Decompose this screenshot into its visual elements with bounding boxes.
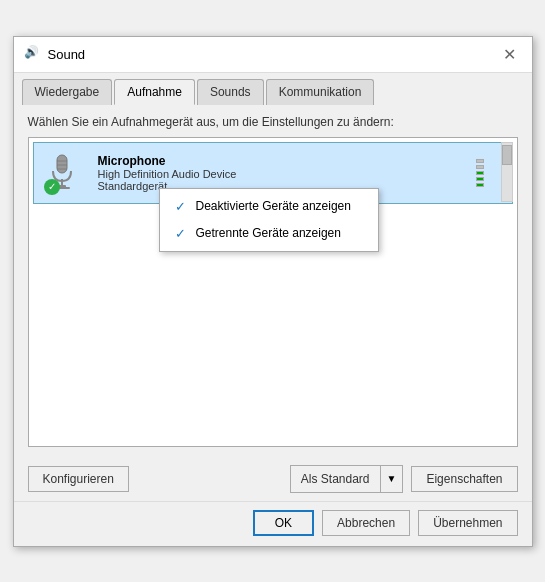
als-standard-button[interactable]: Als Standard — [291, 466, 380, 492]
device-list[interactable]: ✓ Microphone High Definition Audio Devic… — [28, 137, 518, 447]
context-menu-label-disconnected: Getrennte Geräte anzeigen — [196, 226, 341, 240]
title-bar: 🔊 Sound ✕ — [14, 37, 532, 73]
context-menu-label-deactivated: Deaktivierte Geräte anzeigen — [196, 199, 351, 213]
instruction-text: Wählen Sie ein Aufnahmegerät aus, um die… — [28, 115, 518, 129]
sound-icon: 🔊 — [24, 45, 42, 63]
eigenschaften-button[interactable]: Eigenschaften — [411, 466, 517, 492]
device-name: Microphone — [98, 154, 476, 168]
ok-button[interactable]: OK — [253, 510, 314, 536]
als-standard-dropdown[interactable]: ▼ — [380, 466, 403, 492]
check-deactivated: ✓ — [174, 199, 188, 214]
close-button[interactable]: ✕ — [498, 42, 522, 66]
svg-rect-3 — [57, 155, 67, 173]
tab-wiedergabe[interactable]: Wiedergabe — [22, 79, 113, 105]
window-title: Sound — [48, 47, 86, 62]
tab-bar: Wiedergabe Aufnahme Sounds Kommunikation — [14, 73, 532, 105]
tab-aufnahme[interactable]: Aufnahme — [114, 79, 195, 105]
cancel-button[interactable]: Abbrechen — [322, 510, 410, 536]
level-indicator — [476, 159, 484, 187]
device-driver: High Definition Audio Device — [98, 168, 476, 180]
context-menu: ✓ Deaktivierte Geräte anzeigen ✓ Getrenn… — [159, 188, 379, 252]
context-menu-item-disconnected[interactable]: ✓ Getrennte Geräte anzeigen — [160, 220, 378, 247]
default-device-indicator: ✓ — [44, 179, 60, 195]
ok-cancel-area: OK Abbrechen Übernehmen — [14, 501, 532, 546]
title-bar-left: 🔊 Sound — [24, 45, 86, 63]
bottom-buttons: Konfigurieren Als Standard ▼ Eigenschaft… — [14, 457, 532, 501]
content-area: Wählen Sie ein Aufnahmegerät aus, um die… — [14, 105, 532, 457]
als-standard-split-button: Als Standard ▼ — [290, 465, 404, 493]
device-icon-container: ✓ — [44, 151, 88, 195]
tab-kommunikation[interactable]: Kommunikation — [266, 79, 375, 105]
sound-dialog: 🔊 Sound ✕ Wiedergabe Aufnahme Sounds Kom… — [13, 36, 533, 547]
device-info: Microphone High Definition Audio Device … — [98, 154, 476, 192]
tab-sounds[interactable]: Sounds — [197, 79, 264, 105]
apply-button[interactable]: Übernehmen — [418, 510, 517, 536]
check-disconnected: ✓ — [174, 226, 188, 241]
context-menu-item-deactivated[interactable]: ✓ Deaktivierte Geräte anzeigen — [160, 193, 378, 220]
configure-button[interactable]: Konfigurieren — [28, 466, 129, 492]
